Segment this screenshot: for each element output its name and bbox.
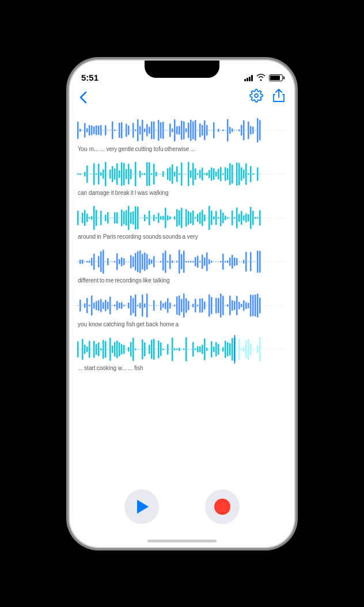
svg-rect-474 xyxy=(232,338,233,361)
svg-rect-440 xyxy=(153,338,155,359)
svg-rect-181 xyxy=(116,212,118,224)
svg-rect-187 xyxy=(130,212,132,224)
svg-rect-311 xyxy=(229,257,231,266)
svg-rect-293 xyxy=(188,261,189,262)
svg-rect-144 xyxy=(218,168,219,179)
svg-rect-438 xyxy=(149,344,150,353)
waveform-label: can damage it xyxy=(78,190,114,198)
svg-rect-41 xyxy=(167,130,169,131)
play-button[interactable] xyxy=(124,489,159,524)
svg-rect-146 xyxy=(222,173,224,175)
svg-rect-221 xyxy=(208,206,210,230)
svg-rect-143 xyxy=(215,171,217,176)
waveform-row-1[interactable]: You m...... verygentlecutting tofuotherw… xyxy=(77,116,287,154)
record-button[interactable] xyxy=(205,489,240,524)
svg-rect-295 xyxy=(192,261,194,262)
svg-rect-322 xyxy=(255,261,256,262)
svg-rect-35 xyxy=(153,121,155,139)
waveform-row-3[interactable]: aroundin Parisrecording soundssoundsa ve… xyxy=(77,203,287,242)
waveform-row-5[interactable]: you knowcatching fishget back homea xyxy=(77,291,287,329)
phone-frame: 5:51 xyxy=(0,0,364,607)
svg-rect-15 xyxy=(107,130,109,131)
waveform-labels-3: aroundin Parisrecording soundssoundsa ve… xyxy=(77,233,287,242)
svg-rect-256 xyxy=(103,250,104,273)
svg-rect-215 xyxy=(195,217,196,218)
svg-rect-77 xyxy=(250,126,252,134)
svg-rect-255 xyxy=(100,251,102,272)
svg-rect-296 xyxy=(195,257,196,266)
svg-rect-245 xyxy=(77,261,79,262)
waveform-row-4[interactable]: differenttomerecordingslike talking xyxy=(77,247,287,285)
waveform-row-6[interactable]: ... startcooking w...... fish xyxy=(77,335,287,373)
share-button[interactable] xyxy=(272,89,285,106)
svg-rect-155 xyxy=(243,169,245,179)
svg-rect-357 xyxy=(149,305,150,306)
svg-rect-208 xyxy=(179,210,180,225)
waveform-label: otherwise xyxy=(165,146,189,154)
svg-rect-387 xyxy=(218,297,219,312)
svg-rect-34 xyxy=(151,121,153,139)
status-icons xyxy=(244,74,283,82)
svg-rect-319 xyxy=(248,261,249,262)
waveform-label: in Paris xyxy=(97,233,116,242)
svg-rect-45 xyxy=(176,126,178,134)
svg-rect-450 xyxy=(176,348,178,350)
svg-rect-97 xyxy=(109,169,111,178)
svg-rect-153 xyxy=(238,163,240,185)
svg-rect-12 xyxy=(100,125,102,135)
svg-rect-288 xyxy=(176,261,178,262)
svg-rect-72 xyxy=(238,129,240,131)
svg-rect-424 xyxy=(116,340,118,358)
svg-rect-430 xyxy=(130,342,132,356)
svg-rect-96 xyxy=(107,174,109,175)
svg-rect-222 xyxy=(211,210,213,225)
svg-rect-369 xyxy=(176,296,178,314)
svg-rect-42 xyxy=(169,123,171,137)
svg-rect-310 xyxy=(227,260,229,262)
svg-rect-390 xyxy=(225,305,226,306)
svg-rect-27 xyxy=(135,129,136,131)
svg-rect-416 xyxy=(98,342,100,356)
svg-rect-286 xyxy=(172,260,173,263)
svg-rect-419 xyxy=(105,341,107,357)
svg-rect-183 xyxy=(121,209,123,226)
settings-button[interactable] xyxy=(249,89,263,106)
svg-rect-23 xyxy=(126,123,127,137)
svg-rect-47 xyxy=(181,120,183,140)
svg-rect-11 xyxy=(98,125,100,135)
svg-rect-414 xyxy=(93,341,95,357)
svg-rect-128 xyxy=(181,162,183,186)
svg-rect-457 xyxy=(192,342,194,357)
svg-rect-355 xyxy=(144,303,146,307)
svg-rect-456 xyxy=(190,349,192,350)
back-button[interactable] xyxy=(79,91,87,104)
svg-rect-122 xyxy=(167,168,169,179)
svg-rect-379 xyxy=(199,298,201,312)
svg-rect-114 xyxy=(149,162,150,186)
svg-rect-299 xyxy=(202,254,203,269)
svg-rect-345 xyxy=(121,301,123,308)
svg-rect-69 xyxy=(232,128,233,131)
svg-rect-482 xyxy=(250,343,252,355)
svg-rect-348 xyxy=(128,302,130,308)
svg-rect-88 xyxy=(89,174,90,175)
svg-rect-214 xyxy=(192,210,194,225)
waveform-row-2[interactable]: can damage itbreakitIwas walking xyxy=(77,160,287,198)
svg-rect-332 xyxy=(91,295,93,315)
svg-rect-359 xyxy=(153,300,155,311)
waveform-label: gentle xyxy=(118,146,134,154)
svg-rect-454 xyxy=(185,337,187,361)
svg-rect-230 xyxy=(229,217,231,218)
svg-rect-204 xyxy=(169,216,171,219)
svg-rect-291 xyxy=(183,250,185,272)
svg-rect-105 xyxy=(128,164,130,184)
svg-rect-141 xyxy=(211,167,213,180)
time-display: 5:51 xyxy=(81,73,98,82)
svg-rect-351 xyxy=(135,294,136,316)
svg-rect-432 xyxy=(135,348,136,350)
svg-rect-40 xyxy=(165,130,166,131)
svg-rect-301 xyxy=(206,252,208,270)
waveform-label: cutting tofu xyxy=(135,146,164,154)
svg-rect-238 xyxy=(248,214,249,221)
svg-rect-73 xyxy=(241,125,242,135)
